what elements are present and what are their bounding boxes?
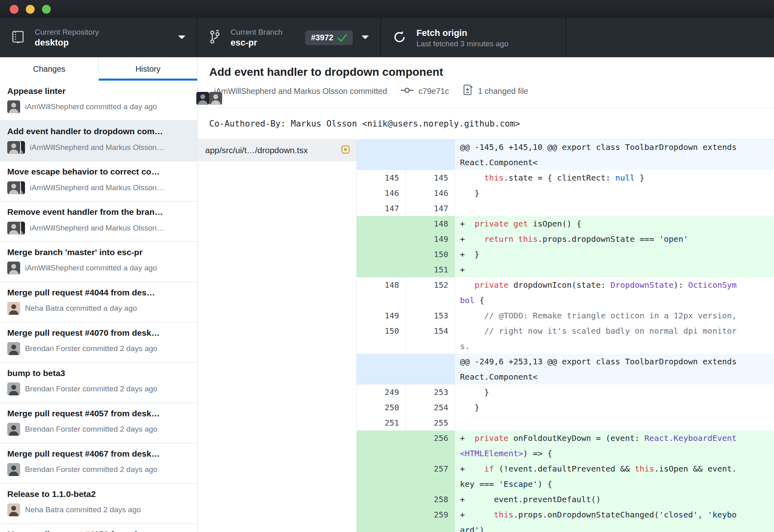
commit-list-item[interactable]: Merge pull request #4070 from desk…Brend… [0, 322, 197, 363]
pr-badge[interactable]: #3972 [305, 30, 353, 45]
old-line-number: 145 [357, 170, 406, 185]
commit-item-title: Move escape behavior to correct co… [7, 166, 190, 177]
commit-list-item[interactable]: Release to 1.1.0-beta2Neha Batra committ… [0, 484, 197, 524]
commit-item-byline: Brendan Forster committed 2 days ago [25, 344, 157, 353]
commit-list-item[interactable]: bump to beta3Brendan Forster committed 2… [0, 363, 197, 403]
commit-item-byline-row: Neha Batra committed a day ago [7, 302, 190, 315]
new-line-number: 154 [406, 323, 455, 354]
new-line-number: 145 [406, 170, 455, 185]
new-line-number: 148 [406, 216, 455, 231]
changed-files-count[interactable]: 1 changed file [478, 87, 528, 96]
code-line [455, 201, 774, 216]
commit-list-item[interactable]: Merge pull request #4067 from desk…Brend… [0, 443, 197, 484]
new-line-number: 259 [406, 507, 455, 532]
close-button[interactable] [10, 5, 19, 14]
toolbar: Current Repository desktop Current Bra [0, 18, 774, 57]
commit-list-item[interactable]: Add event handler to dropdown com…iAmWil… [0, 121, 197, 161]
file-row[interactable]: app/src/ui/t…/dropdown.tsx [198, 139, 356, 161]
diff-row: 257+ if (!event.defaultPrevented && this… [357, 461, 774, 492]
commit-sha[interactable]: c79e71c [418, 87, 449, 96]
commit-item-byline-row: Neha Batra committed 2 days ago [7, 503, 190, 516]
avatar [7, 342, 20, 355]
repo-label: Current Repository [35, 27, 99, 37]
check-icon [337, 34, 347, 42]
file-diff-icon [463, 84, 473, 98]
avatar-secondary [196, 92, 209, 105]
new-line-number: 147 [406, 201, 455, 216]
fetch-origin-button[interactable]: Fetch origin Last fetched 3 minutes ago [381, 18, 566, 57]
code-line: @@ -145,6 +145,10 @@ export class Toolba… [455, 139, 774, 170]
commit-list-item[interactable]: Merge pull request #4044 from des…Neha B… [0, 282, 197, 322]
code-line: + } [455, 247, 774, 262]
repo-icon [12, 30, 24, 46]
commit-item-title: bump to beta3 [7, 368, 190, 378]
avatar [7, 141, 25, 154]
avatar [7, 503, 20, 516]
old-line-number [357, 216, 406, 231]
tab-history[interactable]: History [99, 57, 197, 81]
code-line: + event.preventDefault() [455, 492, 774, 507]
commit-item-title: Merge branch 'master' into esc-pr [7, 247, 190, 258]
file-path: app/src/ui/t…/dropdown.tsx [205, 145, 308, 155]
minimize-button[interactable] [26, 5, 35, 14]
diff-hunk-header: @@ -249,6 +253,13 @@ export class Toolba… [357, 354, 774, 384]
commit-list-item[interactable]: Merge branch 'master' into esc-priAmWill… [0, 242, 197, 282]
commit-description: Co-Authored-By: Markus Olsson <niik@user… [198, 108, 774, 139]
commit-item-byline: Brendan Forster committed 2 days ago [25, 465, 157, 474]
old-line-number: 148 [357, 277, 406, 308]
commit-item-byline: iAmWillShepherd committed a day ago [25, 264, 157, 272]
diff-row: 150+ } [357, 247, 774, 262]
commit-item-byline: iAmWillShepherd and Markus Olsson… [30, 224, 164, 233]
branch-label: Current Branch [231, 27, 283, 37]
avatar-primary [209, 92, 222, 105]
new-line-number: 253 [406, 384, 455, 400]
branch-switcher-button[interactable]: Current Branch esc-pr #3972 [198, 18, 381, 57]
old-line-number: 250 [357, 400, 406, 415]
code-line: + private onFoldoutKeyDown = (event: Rea… [455, 430, 774, 461]
new-line-number: 151 [406, 262, 455, 277]
fetch-subtitle: Last fetched 3 minutes ago [416, 39, 508, 49]
code-line: + return this.props.dropdownState === 'o… [455, 231, 774, 247]
commit-item-byline: Neha Batra committed a day ago [25, 304, 137, 313]
zoom-button[interactable] [42, 5, 51, 14]
commit-item-byline-row: iAmWillShepherd and Markus Olsson… [7, 221, 190, 235]
old-line-number: 146 [357, 185, 406, 201]
new-line-number: 149 [406, 231, 455, 247]
new-line-number: 255 [406, 415, 455, 430]
commit-list-item[interactable]: Appease linteriAmWillShepherd committed … [0, 81, 197, 121]
fetch-title: Fetch origin [416, 27, 508, 39]
new-line-number [406, 354, 455, 384]
avatar-primary [7, 181, 20, 194]
commit-item-byline-row: Brendan Forster committed 2 days ago [7, 382, 190, 395]
new-line-number [406, 139, 455, 170]
commit-list-item[interactable]: Merge pull request #4072 from des…Brenda… [0, 524, 197, 532]
diff-row: 148+ private get isOpen() { [357, 216, 774, 231]
new-line-number: 256 [406, 430, 455, 461]
commit-list-item[interactable]: Remove event handler from the bran…iAmWi… [0, 202, 197, 242]
commit-item-title: Merge pull request #4067 from desk… [7, 449, 190, 459]
avatar [7, 262, 20, 274]
branch-name: esc-pr [231, 37, 283, 48]
commit-list: Appease linteriAmWillShepherd committed … [0, 81, 197, 532]
commit-item-byline-row: iAmWillShepherd committed a day ago [7, 100, 190, 113]
sync-icon [393, 31, 406, 45]
commit-item-byline: iAmWillShepherd committed a day ago [25, 102, 157, 111]
tab-changes[interactable]: Changes [0, 57, 99, 81]
repo-name: desktop [35, 37, 99, 48]
avatar [7, 423, 20, 436]
code-line: @@ -249,6 +253,13 @@ export class Toolba… [455, 354, 774, 384]
pr-number: #3972 [311, 33, 333, 42]
avatar [7, 181, 25, 195]
diff-row: 258+ event.preventDefault() [357, 492, 774, 507]
diff-row: 147147 [357, 201, 774, 216]
new-line-number: 146 [406, 185, 455, 201]
commit-item-byline: Neha Batra committed 2 days ago [25, 505, 141, 514]
commit-list-item[interactable]: Move escape behavior to correct co…iAmWi… [0, 161, 197, 202]
code-line [455, 415, 774, 430]
old-line-number [357, 247, 406, 262]
code-line: // right now it's scaled badly on normal… [455, 323, 774, 354]
repository-switcher-button[interactable]: Current Repository desktop [0, 18, 198, 57]
diff-row: 149153 // @TODO: Remake triangle octicon… [357, 308, 774, 323]
commit-list-item[interactable]: Merge pull request #4057 from desk…Brend… [0, 403, 197, 443]
commit-item-byline-row: Brendan Forster committed 2 days ago [7, 423, 190, 436]
